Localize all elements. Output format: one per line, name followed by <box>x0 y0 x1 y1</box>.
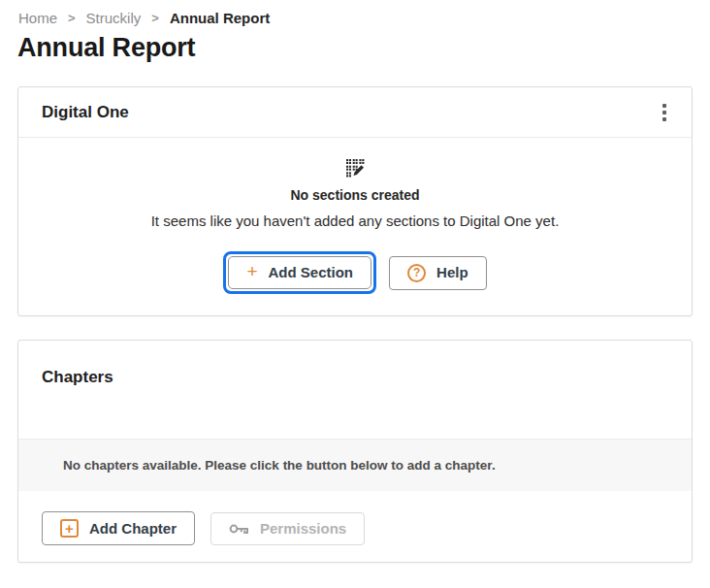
breadcrumb: Home > Struckily > Annual Report <box>17 10 693 26</box>
page-title: Annual Report <box>17 33 693 63</box>
chapters-header: Chapters <box>18 341 692 387</box>
chapters-actions: + Add Chapter Permissions <box>18 491 692 562</box>
grid-edit-icon <box>346 159 365 181</box>
kebab-menu-icon <box>662 104 666 121</box>
add-section-button[interactable]: + Add Section <box>228 256 371 289</box>
digital-one-empty-state: No sections created It seems like you ha… <box>18 138 692 315</box>
permissions-label: Permissions <box>260 520 346 538</box>
breadcrumb-separator-icon: > <box>151 11 159 25</box>
card-chapters: Chapters No chapters available. Please c… <box>17 340 693 563</box>
page: Home > Struckily > Annual Report Annual … <box>0 0 710 563</box>
breadcrumb-item-home[interactable]: Home <box>18 10 57 26</box>
empty-state-actions: + Add Section ? Help <box>38 251 672 294</box>
breadcrumb-item-annual-report: Annual Report <box>170 10 270 26</box>
breadcrumb-separator-icon: > <box>68 11 76 25</box>
question-circle-icon: ? <box>407 264 426 282</box>
add-chapter-button[interactable]: + Add Chapter <box>42 511 195 545</box>
digital-one-menu-button[interactable] <box>655 100 674 125</box>
digital-one-header: Digital One <box>18 87 692 138</box>
chapters-empty-message: No chapters available. Please click the … <box>18 439 692 491</box>
permissions-button[interactable]: Permissions <box>210 512 365 545</box>
add-section-focus-ring: + Add Section <box>223 251 376 294</box>
add-section-label: Add Section <box>269 264 354 281</box>
empty-state-title: No sections created <box>38 187 672 203</box>
chapters-title: Chapters <box>42 368 668 387</box>
add-chapter-label: Add Chapter <box>89 520 177 538</box>
help-button[interactable]: ? Help <box>389 256 487 290</box>
help-label: Help <box>436 264 468 281</box>
key-icon <box>229 522 249 536</box>
digital-one-title: Digital One <box>42 103 129 122</box>
breadcrumb-item-struckily[interactable]: Struckily <box>86 10 142 26</box>
plus-icon: + <box>246 265 257 278</box>
plus-square-icon: + <box>60 519 79 538</box>
card-digital-one: Digital One <box>17 86 693 316</box>
empty-state-description: It seems like you haven't added any sect… <box>38 212 672 229</box>
